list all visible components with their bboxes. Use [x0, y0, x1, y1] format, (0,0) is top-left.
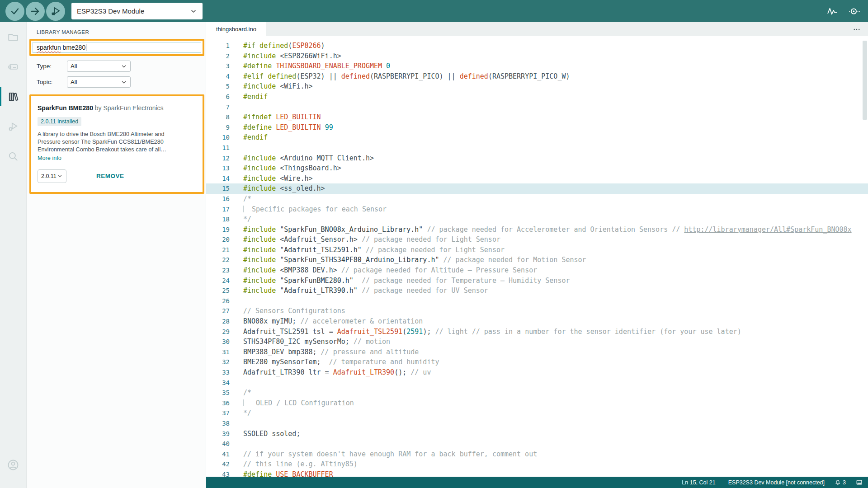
code-line-2[interactable]: 2#include <ESP8266WiFi.h> — [206, 51, 868, 61]
line-number: 30 — [206, 337, 230, 347]
verify-button[interactable] — [5, 2, 24, 21]
code-line-20[interactable]: 20#include <Adafruit_Sensor.h> // packag… — [206, 235, 868, 245]
line-number: 31 — [206, 347, 230, 357]
serial-monitor-icon[interactable] — [848, 5, 860, 17]
line-number: 40 — [206, 439, 230, 449]
board-selector-dropdown[interactable]: ESP32S3 Dev Module — [71, 3, 203, 19]
code-line-22[interactable]: 22#include "SparkFun_STHS34PF80_Arduino_… — [206, 255, 868, 265]
code-line-18[interactable]: 18*/ — [206, 214, 868, 225]
code-line-3[interactable]: 3#define THINGSBOARD_ENABLE_PROGMEM 0 — [206, 61, 868, 71]
code-line-28[interactable]: 28BNO08x myIMU; // accelerometer & orien… — [206, 316, 868, 327]
code-line-23[interactable]: 23#include <BMP388_DEV.h> // package nee… — [206, 265, 868, 276]
sidebar-item-library-manager[interactable] — [0, 82, 26, 112]
code-line-17[interactable]: 17 Specific packages for each Sensor — [206, 204, 868, 215]
code-line-15[interactable]: 15#include <ss_oled.h> — [206, 183, 868, 194]
tab-bar: thingsboard.ino — [206, 22, 868, 36]
line-number: 9 — [206, 122, 230, 133]
code-line-27[interactable]: 27// Sensors Configurations — [206, 306, 868, 316]
remove-button[interactable]: REMOVE — [94, 172, 127, 180]
code-line-33[interactable]: 33Adafruit_LTR390 ltr = Adafruit_LTR390(… — [206, 367, 868, 378]
more-actions-icon[interactable] — [853, 25, 861, 33]
code-line-35[interactable]: 35/* — [206, 388, 868, 398]
line-number: 41 — [206, 449, 230, 460]
sidebar-item-sketchbook[interactable] — [0, 22, 26, 52]
upload-button[interactable] — [26, 2, 45, 21]
serial-plotter-icon[interactable] — [826, 5, 838, 17]
sidebar-item-boards-manager[interactable] — [0, 52, 26, 82]
line-number: 17 — [206, 204, 230, 215]
arrow-right-icon — [30, 6, 41, 17]
code-line-30[interactable]: 30STHS34PF80_I2C mySensorMo; // motion — [206, 337, 868, 347]
line-number: 1 — [206, 41, 230, 51]
panel-title: LIBRARY MANAGER — [37, 29, 206, 35]
code-line-5[interactable]: 5#include <WiFi.h> — [206, 81, 868, 92]
type-filter-select[interactable]: All — [67, 61, 131, 72]
editor-scrollbar[interactable] — [863, 41, 867, 120]
code-line-34[interactable]: 34 — [206, 378, 868, 388]
code-line-36[interactable]: 36 OLED / LCD Configuration — [206, 398, 868, 408]
toggle-panel-icon[interactable] — [856, 479, 863, 486]
board-connection-status[interactable]: ESP32S3 Dev Module [not connected] — [728, 479, 825, 486]
code-line-39[interactable]: 39SSOLED ssoled; — [206, 429, 868, 439]
arduino-ide-window: ESP32S3 Dev Module — [0, 0, 868, 488]
code-line-21[interactable]: 21#include "Adafruit_TSL2591.h" // packa… — [206, 245, 868, 255]
code-line-37[interactable]: 37*/ — [206, 408, 868, 418]
code-line-32[interactable]: 32BME280 mySensorTem; // temperature and… — [206, 357, 868, 367]
code-line-14[interactable]: 14#include <Wire.h> — [206, 174, 868, 184]
notifications-indicator[interactable]: 3 — [835, 479, 846, 486]
board-icon — [7, 61, 19, 73]
code-line-19[interactable]: 19#include "SparkFun_BNO08x_Arduino_Libr… — [206, 225, 868, 235]
code-line-7[interactable]: 7 — [206, 102, 868, 113]
line-number: 34 — [206, 378, 230, 388]
debug-icon — [50, 6, 61, 17]
code-line-41[interactable]: 41// if your system doesn't have enough … — [206, 449, 868, 460]
line-number: 6 — [206, 92, 230, 102]
code-line-10[interactable]: 10#endif — [206, 132, 868, 143]
library-actions-row: 2.0.11 REMOVE — [38, 169, 197, 183]
code-line-26[interactable]: 26 — [206, 296, 868, 306]
code-line-11[interactable]: 11 — [206, 143, 868, 153]
line-number: 2 — [206, 51, 230, 61]
topic-filter-select[interactable]: All — [67, 76, 131, 88]
library-result-highlight-box: SparkFun BME280 by SparkFun Electronics … — [29, 94, 204, 194]
tab-thingsboard-ino[interactable]: thingsboard.ino — [206, 22, 266, 36]
code-line-9[interactable]: 9#define LED_BUILTIN 99 — [206, 122, 868, 133]
line-number: 20 — [206, 235, 230, 245]
debug-icon — [7, 121, 19, 132]
code-line-38[interactable]: 38 — [206, 418, 868, 429]
code-line-1[interactable]: 1#if defined(ESP8266) — [206, 41, 868, 51]
cursor-position[interactable]: Ln 15, Col 21 — [682, 479, 715, 486]
sidebar-item-debug[interactable] — [0, 112, 26, 141]
line-number: 28 — [206, 316, 230, 327]
debug-button[interactable] — [46, 2, 65, 21]
code-line-6[interactable]: 6#endif — [206, 92, 868, 102]
code-line-8[interactable]: 8#ifndef LED_BUILTIN — [206, 112, 868, 122]
line-number: 38 — [206, 418, 230, 429]
code-editor[interactable]: 1#if defined(ESP8266)2#include <ESP8266W… — [206, 36, 868, 477]
line-number: 42 — [206, 459, 230, 469]
code-line-43[interactable]: 43#define USE_BACKBUFFER — [206, 469, 868, 477]
code-line-16[interactable]: 16/* — [206, 194, 868, 204]
library-result-card[interactable]: SparkFun BME280 by SparkFun Electronics … — [31, 96, 203, 192]
code-line-31[interactable]: 31BMP388_DEV bmp388; // pressure and alt… — [206, 347, 868, 357]
line-number: 32 — [206, 357, 230, 367]
sidebar-item-account[interactable] — [0, 450, 26, 480]
code-line-29[interactable]: 29Adafruit_TSL2591 tsl = Adafruit_TSL259… — [206, 327, 868, 337]
line-number: 33 — [206, 367, 230, 378]
code-line-4[interactable]: 4#elif defined(ESP32) || defined(RASPBER… — [206, 71, 868, 82]
code-line-42[interactable]: 42// this line (e.g. ATtiny85) — [206, 459, 868, 469]
line-number: 26 — [206, 296, 230, 306]
line-number: 36 — [206, 398, 230, 408]
line-number: 27 — [206, 306, 230, 316]
code-line-25[interactable]: 25#include "Adafruit_LTR390.h" // packag… — [206, 286, 868, 296]
editor-area: thingsboard.ino 1#if defined(ESP8266)2#i… — [206, 22, 868, 488]
more-info-link[interactable]: More info — [38, 155, 61, 162]
code-line-24[interactable]: 24#include "SparkFunBME280.h" // package… — [206, 276, 868, 286]
code-line-13[interactable]: 13#include <ThingsBoard.h> — [206, 163, 868, 174]
code-line-40[interactable]: 40 — [206, 439, 868, 449]
code-line-12[interactable]: 12#include <Arduino_MQTT_Client.h> — [206, 153, 868, 164]
library-search-input[interactable]: sparkfun bme280 — [33, 42, 201, 53]
search-icon — [7, 150, 19, 162]
sidebar-item-search[interactable] — [0, 141, 26, 171]
version-select[interactable]: 2.0.11 — [38, 169, 66, 183]
